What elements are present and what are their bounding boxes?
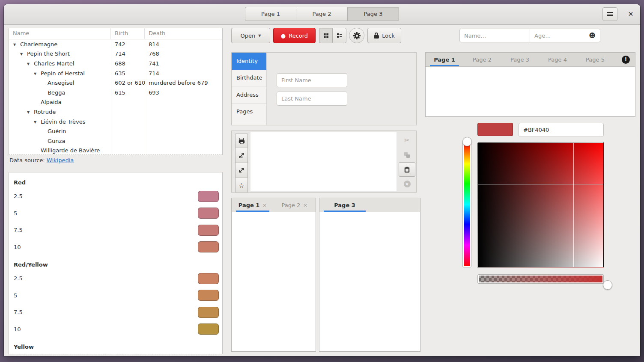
window-close-button[interactable]: ✕: [624, 7, 638, 21]
open-button[interactable]: Open ▼: [231, 28, 270, 43]
text-view[interactable]: [250, 132, 397, 191]
color-section-title: Red: [9, 177, 222, 188]
color-swatch[interactable]: [198, 225, 219, 236]
warning-icon[interactable]: !: [622, 56, 630, 64]
tree-row[interactable]: Willigarde de Bavière: [9, 146, 222, 155]
current-color-swatch[interactable]: [477, 123, 513, 136]
age-field[interactable]: Age… ☻: [530, 29, 600, 42]
primary-menu-button[interactable]: [602, 7, 617, 21]
tree-cell-death: 741: [145, 60, 222, 67]
sidebar-item-birthdate[interactable]: Birthdate: [232, 70, 266, 87]
header-page-button[interactable]: Page 3: [348, 7, 399, 21]
color-swatch[interactable]: [198, 191, 219, 202]
tab-page-2[interactable]: Page 2×: [274, 198, 316, 212]
tree-name-label: Gunza: [48, 138, 65, 144]
header-page-button[interactable]: Page 1: [245, 7, 296, 21]
name-field[interactable]: Name…: [459, 29, 530, 42]
header-page-button[interactable]: Page 2: [296, 7, 348, 21]
tab-page-3[interactable]: Page 3: [319, 198, 370, 212]
last-name-field[interactable]: Last Name: [277, 92, 347, 106]
tree-row[interactable]: ▼Charlemagne742814: [9, 39, 222, 49]
hex-color-field[interactable]: #BF4040: [519, 123, 604, 137]
tree-row[interactable]: ▼Charles Martel688741: [9, 59, 222, 68]
tree-row[interactable]: Begga615693: [9, 88, 222, 98]
tab-page-2[interactable]: Page 2: [463, 53, 501, 66]
tab-page-1[interactable]: Page 1: [426, 53, 463, 66]
wikipedia-link[interactable]: Wikipedia: [47, 157, 74, 163]
color-list-item[interactable]: 10: [9, 321, 222, 338]
fullscreen-button[interactable]: [235, 163, 248, 178]
tree-column-death[interactable]: Death: [145, 28, 222, 39]
copy-button[interactable]: [399, 148, 415, 162]
emoji-picker-icon[interactable]: ☻: [589, 32, 596, 39]
color-list-item[interactable]: 10: [9, 239, 222, 256]
share-button[interactable]: [235, 148, 248, 163]
tree-row[interactable]: Guérin: [9, 126, 222, 136]
hue-slider[interactable]: [462, 142, 471, 267]
tree-column-birth[interactable]: Birth: [111, 28, 145, 39]
tree-cell-name: ▼Rotrude: [9, 109, 111, 115]
tree-row[interactable]: Alpaida: [9, 98, 222, 107]
favorite-button[interactable]: ☆: [235, 178, 248, 193]
color-swatch[interactable]: [198, 241, 219, 252]
hue-slider-handle[interactable]: [462, 137, 472, 146]
tree-cell-name: Begga: [9, 89, 111, 96]
delete-button[interactable]: ✕: [399, 177, 415, 191]
family-tree: Name Birth Death ▼Charlemagne742814▼Pepi…: [9, 28, 223, 155]
tab-close-icon[interactable]: ×: [262, 202, 267, 208]
tree-name-label: Ansegisel: [48, 80, 74, 86]
color-swatch[interactable]: [198, 307, 219, 318]
tab-close-icon[interactable]: ×: [303, 202, 307, 208]
notebook-middle: Page 3: [319, 198, 420, 352]
list-view-button[interactable]: [333, 28, 346, 43]
tab-page-4[interactable]: Page 4: [539, 53, 576, 66]
tree-cell-name: Ansegisel: [9, 80, 111, 86]
tree-row[interactable]: ▼Pepin of Herstal635714: [9, 68, 222, 78]
color-list-item[interactable]: 5: [9, 205, 222, 222]
color-swatch[interactable]: [198, 323, 219, 335]
saturation-value-plane[interactable]: [477, 142, 604, 267]
tree-row[interactable]: Ansegisel602 or 610murdered before 679: [9, 78, 222, 88]
expander-icon[interactable]: ▼: [27, 62, 34, 66]
tree-cell-name: ▼Charlemagne: [9, 41, 111, 47]
tree-row[interactable]: ▼Pepin the Short714768: [9, 49, 222, 59]
tab-page-5[interactable]: Page 5: [576, 53, 614, 66]
color-swatch[interactable]: [198, 208, 219, 219]
expander-icon[interactable]: ▼: [34, 72, 41, 76]
sidebar-item-pages[interactable]: Pages: [232, 104, 266, 121]
close-icon: ✕: [628, 10, 634, 18]
expander-icon[interactable]: ▼: [34, 120, 41, 124]
color-list-item[interactable]: 7.5: [9, 222, 222, 239]
expander-icon[interactable]: ▼: [13, 43, 20, 47]
paste-button[interactable]: [399, 162, 415, 177]
tab-page-1[interactable]: Page 1×: [232, 198, 274, 212]
color-list-item[interactable]: 2.5: [9, 188, 222, 205]
color-list-item[interactable]: 5: [9, 287, 222, 304]
tab-label: Page 5: [586, 56, 605, 63]
last-name-placeholder: Last Name: [281, 95, 311, 102]
cut-button[interactable]: ✂: [399, 133, 415, 148]
print-button[interactable]: [235, 133, 248, 148]
expander-icon[interactable]: ▼: [20, 52, 27, 56]
color-swatch[interactable]: [198, 290, 219, 301]
expander-icon[interactable]: ▼: [27, 110, 34, 114]
color-swatch[interactable]: [198, 273, 219, 284]
grid-view-button[interactable]: [319, 28, 333, 43]
alpha-slider-handle[interactable]: [603, 280, 612, 290]
first-name-field[interactable]: First Name: [277, 73, 347, 87]
sidebar-item-address[interactable]: Address: [232, 86, 266, 104]
record-button[interactable]: ● Record: [273, 28, 316, 43]
alpha-slider[interactable]: [477, 274, 604, 284]
tree-row[interactable]: ▼Rotrude: [9, 107, 222, 117]
tree-row[interactable]: ▼Liévin de Trèves: [9, 117, 222, 127]
tree-row[interactable]: Gunza: [9, 136, 222, 146]
tab-page-3[interactable]: Page 3: [501, 53, 539, 66]
lock-button[interactable]: Lock: [367, 28, 401, 43]
settings-button[interactable]: [349, 28, 364, 43]
color-list-item[interactable]: 7.5: [9, 304, 222, 321]
color-item-label: 7.5: [14, 309, 23, 315]
sidebar-item-identity[interactable]: Identity: [232, 53, 266, 70]
tab-label: Page 3: [510, 56, 529, 63]
tree-column-name[interactable]: Name: [9, 28, 111, 39]
color-list-item[interactable]: 2.5: [9, 270, 222, 287]
